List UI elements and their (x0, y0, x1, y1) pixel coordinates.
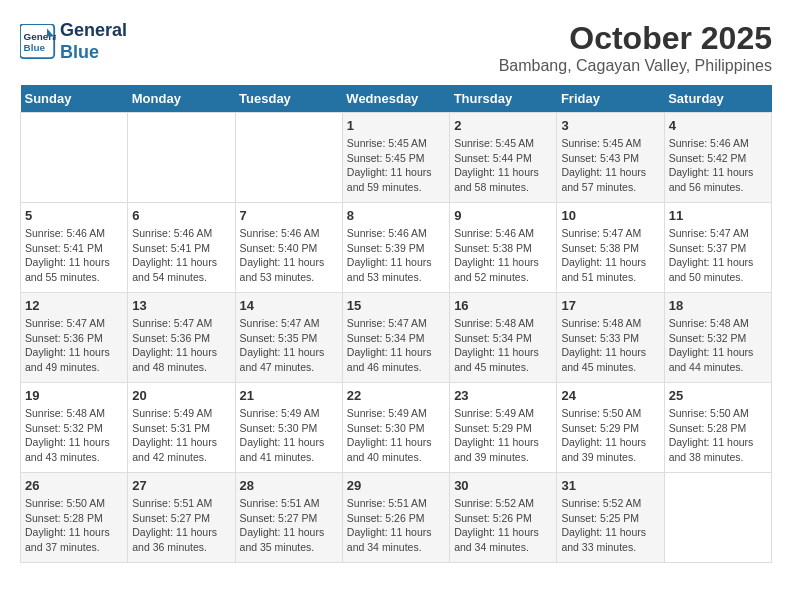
calendar-week-row: 1Sunrise: 5:45 AM Sunset: 5:45 PM Daylig… (21, 113, 772, 203)
day-detail: Sunrise: 5:46 AM Sunset: 5:40 PM Dayligh… (240, 226, 338, 285)
day-detail: Sunrise: 5:46 AM Sunset: 5:38 PM Dayligh… (454, 226, 552, 285)
calendar-cell: 2Sunrise: 5:45 AM Sunset: 5:44 PM Daylig… (450, 113, 557, 203)
calendar-cell: 8Sunrise: 5:46 AM Sunset: 5:39 PM Daylig… (342, 203, 449, 293)
calendar-cell (235, 113, 342, 203)
day-number: 12 (25, 298, 123, 313)
weekday-header-sunday: Sunday (21, 85, 128, 113)
day-detail: Sunrise: 5:49 AM Sunset: 5:30 PM Dayligh… (240, 406, 338, 465)
day-number: 14 (240, 298, 338, 313)
day-detail: Sunrise: 5:47 AM Sunset: 5:35 PM Dayligh… (240, 316, 338, 375)
day-number: 8 (347, 208, 445, 223)
calendar-cell: 26Sunrise: 5:50 AM Sunset: 5:28 PM Dayli… (21, 473, 128, 563)
day-detail: Sunrise: 5:50 AM Sunset: 5:28 PM Dayligh… (669, 406, 767, 465)
page-header: General Blue General Blue October 2025 B… (20, 20, 772, 75)
day-number: 11 (669, 208, 767, 223)
day-detail: Sunrise: 5:51 AM Sunset: 5:27 PM Dayligh… (240, 496, 338, 555)
logo-line2: Blue (60, 42, 127, 64)
calendar-cell (21, 113, 128, 203)
calendar-cell: 7Sunrise: 5:46 AM Sunset: 5:40 PM Daylig… (235, 203, 342, 293)
calendar-cell: 4Sunrise: 5:46 AM Sunset: 5:42 PM Daylig… (664, 113, 771, 203)
month-title: October 2025 (499, 20, 772, 57)
calendar-cell: 14Sunrise: 5:47 AM Sunset: 5:35 PM Dayli… (235, 293, 342, 383)
location-subtitle: Bambang, Cagayan Valley, Philippines (499, 57, 772, 75)
day-number: 9 (454, 208, 552, 223)
logo: General Blue General Blue (20, 20, 127, 63)
day-detail: Sunrise: 5:48 AM Sunset: 5:34 PM Dayligh… (454, 316, 552, 375)
day-detail: Sunrise: 5:47 AM Sunset: 5:37 PM Dayligh… (669, 226, 767, 285)
day-detail: Sunrise: 5:47 AM Sunset: 5:34 PM Dayligh… (347, 316, 445, 375)
weekday-header-saturday: Saturday (664, 85, 771, 113)
day-detail: Sunrise: 5:46 AM Sunset: 5:41 PM Dayligh… (25, 226, 123, 285)
calendar-cell: 31Sunrise: 5:52 AM Sunset: 5:25 PM Dayli… (557, 473, 664, 563)
day-detail: Sunrise: 5:45 AM Sunset: 5:43 PM Dayligh… (561, 136, 659, 195)
day-detail: Sunrise: 5:46 AM Sunset: 5:42 PM Dayligh… (669, 136, 767, 195)
weekday-header-monday: Monday (128, 85, 235, 113)
day-number: 26 (25, 478, 123, 493)
day-number: 16 (454, 298, 552, 313)
svg-text:General: General (24, 31, 56, 42)
calendar-cell: 25Sunrise: 5:50 AM Sunset: 5:28 PM Dayli… (664, 383, 771, 473)
calendar-cell: 10Sunrise: 5:47 AM Sunset: 5:38 PM Dayli… (557, 203, 664, 293)
day-number: 4 (669, 118, 767, 133)
calendar-cell: 18Sunrise: 5:48 AM Sunset: 5:32 PM Dayli… (664, 293, 771, 383)
calendar-cell: 1Sunrise: 5:45 AM Sunset: 5:45 PM Daylig… (342, 113, 449, 203)
day-detail: Sunrise: 5:49 AM Sunset: 5:29 PM Dayligh… (454, 406, 552, 465)
day-detail: Sunrise: 5:48 AM Sunset: 5:33 PM Dayligh… (561, 316, 659, 375)
calendar-cell: 5Sunrise: 5:46 AM Sunset: 5:41 PM Daylig… (21, 203, 128, 293)
day-detail: Sunrise: 5:52 AM Sunset: 5:26 PM Dayligh… (454, 496, 552, 555)
weekday-header-friday: Friday (557, 85, 664, 113)
day-detail: Sunrise: 5:51 AM Sunset: 5:27 PM Dayligh… (132, 496, 230, 555)
calendar-week-row: 19Sunrise: 5:48 AM Sunset: 5:32 PM Dayli… (21, 383, 772, 473)
day-detail: Sunrise: 5:47 AM Sunset: 5:36 PM Dayligh… (132, 316, 230, 375)
calendar-cell: 11Sunrise: 5:47 AM Sunset: 5:37 PM Dayli… (664, 203, 771, 293)
day-number: 1 (347, 118, 445, 133)
day-detail: Sunrise: 5:50 AM Sunset: 5:29 PM Dayligh… (561, 406, 659, 465)
day-detail: Sunrise: 5:52 AM Sunset: 5:25 PM Dayligh… (561, 496, 659, 555)
calendar-table: SundayMondayTuesdayWednesdayThursdayFrid… (20, 85, 772, 563)
calendar-cell: 27Sunrise: 5:51 AM Sunset: 5:27 PM Dayli… (128, 473, 235, 563)
day-number: 5 (25, 208, 123, 223)
calendar-cell: 20Sunrise: 5:49 AM Sunset: 5:31 PM Dayli… (128, 383, 235, 473)
day-number: 21 (240, 388, 338, 403)
day-detail: Sunrise: 5:49 AM Sunset: 5:31 PM Dayligh… (132, 406, 230, 465)
weekday-header-thursday: Thursday (450, 85, 557, 113)
day-detail: Sunrise: 5:46 AM Sunset: 5:39 PM Dayligh… (347, 226, 445, 285)
weekday-header-row: SundayMondayTuesdayWednesdayThursdayFrid… (21, 85, 772, 113)
calendar-week-row: 26Sunrise: 5:50 AM Sunset: 5:28 PM Dayli… (21, 473, 772, 563)
day-detail: Sunrise: 5:45 AM Sunset: 5:45 PM Dayligh… (347, 136, 445, 195)
day-number: 10 (561, 208, 659, 223)
calendar-cell: 3Sunrise: 5:45 AM Sunset: 5:43 PM Daylig… (557, 113, 664, 203)
day-number: 6 (132, 208, 230, 223)
day-detail: Sunrise: 5:50 AM Sunset: 5:28 PM Dayligh… (25, 496, 123, 555)
day-number: 29 (347, 478, 445, 493)
calendar-week-row: 5Sunrise: 5:46 AM Sunset: 5:41 PM Daylig… (21, 203, 772, 293)
calendar-cell: 15Sunrise: 5:47 AM Sunset: 5:34 PM Dayli… (342, 293, 449, 383)
logo-icon: General Blue (20, 24, 56, 60)
calendar-cell (128, 113, 235, 203)
calendar-cell: 17Sunrise: 5:48 AM Sunset: 5:33 PM Dayli… (557, 293, 664, 383)
day-detail: Sunrise: 5:46 AM Sunset: 5:41 PM Dayligh… (132, 226, 230, 285)
calendar-cell: 6Sunrise: 5:46 AM Sunset: 5:41 PM Daylig… (128, 203, 235, 293)
calendar-cell: 28Sunrise: 5:51 AM Sunset: 5:27 PM Dayli… (235, 473, 342, 563)
calendar-cell: 16Sunrise: 5:48 AM Sunset: 5:34 PM Dayli… (450, 293, 557, 383)
day-detail: Sunrise: 5:48 AM Sunset: 5:32 PM Dayligh… (25, 406, 123, 465)
day-number: 20 (132, 388, 230, 403)
day-number: 31 (561, 478, 659, 493)
day-number: 27 (132, 478, 230, 493)
day-detail: Sunrise: 5:49 AM Sunset: 5:30 PM Dayligh… (347, 406, 445, 465)
calendar-cell: 24Sunrise: 5:50 AM Sunset: 5:29 PM Dayli… (557, 383, 664, 473)
day-detail: Sunrise: 5:47 AM Sunset: 5:38 PM Dayligh… (561, 226, 659, 285)
day-number: 22 (347, 388, 445, 403)
day-detail: Sunrise: 5:45 AM Sunset: 5:44 PM Dayligh… (454, 136, 552, 195)
calendar-cell: 23Sunrise: 5:49 AM Sunset: 5:29 PM Dayli… (450, 383, 557, 473)
calendar-cell: 12Sunrise: 5:47 AM Sunset: 5:36 PM Dayli… (21, 293, 128, 383)
day-number: 30 (454, 478, 552, 493)
day-number: 17 (561, 298, 659, 313)
day-number: 28 (240, 478, 338, 493)
day-number: 13 (132, 298, 230, 313)
day-number: 18 (669, 298, 767, 313)
weekday-header-tuesday: Tuesday (235, 85, 342, 113)
title-block: October 2025 Bambang, Cagayan Valley, Ph… (499, 20, 772, 75)
logo-line1: General (60, 20, 127, 42)
day-detail: Sunrise: 5:51 AM Sunset: 5:26 PM Dayligh… (347, 496, 445, 555)
